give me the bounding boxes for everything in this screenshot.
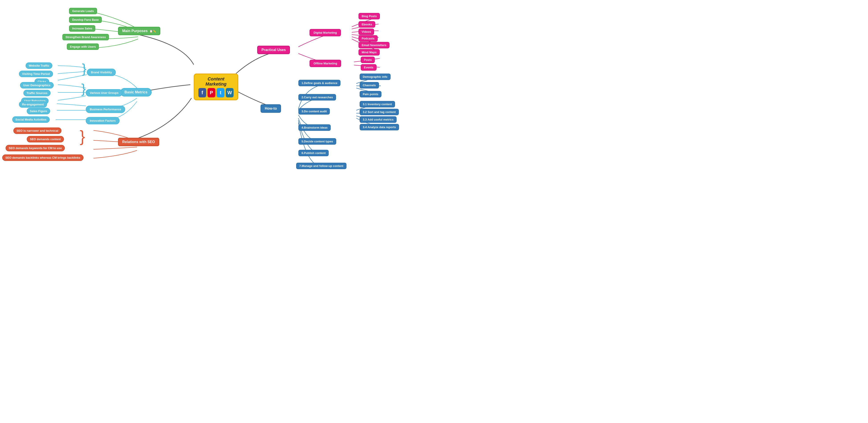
om-item-2: Events — [361, 64, 377, 70]
dm-item-5: Email Newsletters — [359, 42, 390, 48]
om-item-1: Posts — [361, 57, 375, 63]
various-user-groups-label: Various User Groups — [86, 89, 122, 96]
howto-step-4: 4.Brainstorm ideas — [299, 124, 331, 131]
pinterest-icon: P — [208, 88, 215, 97]
brace-seo: } — [80, 128, 85, 144]
howto-step-2: 2.Carry out researches — [299, 94, 336, 101]
howto-step-5: 5.Decide content types — [299, 138, 336, 145]
howto-step3-sub2: 3.2 Sort and tag content — [360, 109, 399, 115]
offline-marketing-label: Offline Marketing — [310, 60, 341, 67]
dm-item-1: Blog Posts — [359, 13, 380, 19]
seo-item-1: SEO is narrower and technical — [13, 128, 61, 134]
vug-item-2: Traffic Sources — [23, 90, 51, 96]
bp-item-1: Re-engagement — [19, 101, 47, 108]
howto-step1-sub2: Channels — [360, 82, 379, 88]
if-item-1: Social Media Activities — [12, 116, 50, 123]
vug-item-1: User Demographics — [20, 82, 54, 88]
center-title: Content Marketing — [198, 77, 234, 87]
mp-item-2: Develop Fans Base — [69, 17, 102, 23]
seo-item-2: SEO demands content — [27, 136, 64, 142]
practical-uses-label: Practical Uses — [257, 46, 290, 54]
howto-step1-sub1: Demographic info — [360, 74, 391, 80]
dm-item-3: Videos — [359, 29, 374, 35]
social-icons: f P t W — [198, 88, 234, 97]
howto-step-3: 3.Do content audit — [299, 108, 330, 115]
basic-metrics-label: Basic Metrics — [120, 88, 152, 96]
bv-item-2: Visiting Time Period — [19, 70, 53, 77]
business-performance-label: Business Performance — [86, 106, 125, 113]
mp-item-4: Strengthen Brand Awareness — [62, 34, 109, 40]
mp-item-1: Generate Leads — [69, 8, 97, 14]
mp-item-3: Increase Sales — [69, 25, 95, 32]
seo-item-4: SEO demands backlinks whereas CM brings … — [2, 154, 84, 161]
mind-map-canvas: Content Marketing f P t W Main Purposes … — [0, 0, 434, 212]
howto-step-7: 7.Manage and follow-up content — [296, 163, 346, 169]
dm-item-4: Podcasts — [359, 35, 378, 42]
center-node: Content Marketing f P t W — [194, 74, 238, 100]
brace-various-user-groups: } — [81, 82, 86, 95]
howto-step3-sub4: 3.4 Analyze data reports — [360, 124, 399, 131]
wordpress-icon: W — [226, 88, 234, 97]
howto-step1-sub3: Pain points — [360, 91, 381, 97]
twitter-icon: t — [217, 88, 224, 97]
brand-visibility-label: Brand Visibility — [87, 68, 116, 76]
dm-item-6: Mind Maps — [359, 49, 380, 56]
innovation-factors-label: Innovation Factors — [86, 117, 120, 124]
howto-step3-sub3: 3.3 Add useful metrics — [360, 116, 397, 123]
dm-item-2: Ebooks — [359, 21, 375, 28]
how-to-label: How-to — [260, 104, 281, 113]
mp-item-5: Engage with Users — [67, 44, 99, 50]
brace-brand-visibility: } — [82, 62, 86, 75]
howto-step3-sub1: 3.1 Inventory content — [360, 101, 395, 107]
bp-item-2: Sales Figure — [27, 108, 50, 114]
digital-marketing-label: Digital Marketing — [310, 29, 341, 36]
howto-step-6: 6.Publish content — [299, 150, 329, 156]
bv-item-1: Website Traffic — [26, 62, 52, 69]
main-purposes-label: Main Purposes 📋✏️ — [118, 27, 160, 35]
facebook-icon: f — [198, 88, 206, 97]
seo-item-3: SEO demands keywords for CM to use — [6, 145, 65, 151]
relations-seo-label: Relations with SEO — [118, 138, 159, 146]
howto-step-1: 1.Define goals & audience — [299, 80, 340, 86]
